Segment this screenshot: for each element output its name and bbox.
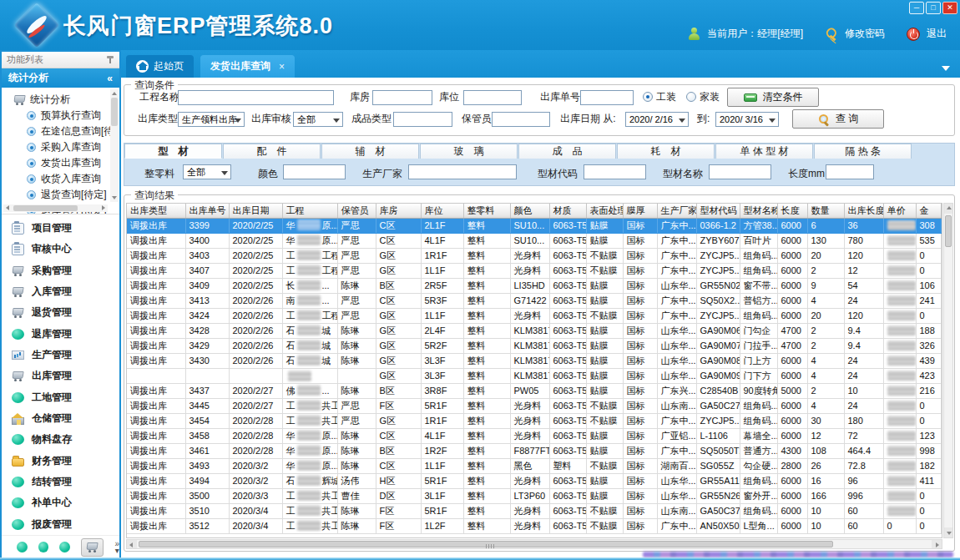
stats-section-header[interactable]: 统计分析 « — [2, 68, 119, 88]
sidebar-menu-item[interactable]: 入库管理 — [2, 281, 119, 302]
material-tab[interactable]: 玻 璃 — [420, 144, 518, 159]
column-header[interactable]: 型材代码 — [696, 204, 740, 218]
table-row[interactable]: 调拨出库35002020/3/3工共工程曹佳D区3L1F整料LT3P606063… — [127, 488, 941, 503]
tab-list-dropdown-icon[interactable] — [942, 66, 950, 71]
material-tab[interactable]: 成 品 — [518, 144, 616, 159]
column-header[interactable]: 颜色 — [510, 204, 549, 218]
material-tab[interactable]: 隔 热 条 — [814, 144, 912, 159]
column-header[interactable]: 出库日期 — [229, 204, 282, 218]
table-row[interactable]: 调拨出库34942020/3/2石辉城汤伟H区5R1F整料光身料6063-T5贴… — [127, 473, 941, 488]
column-header[interactable]: 库房 — [376, 204, 421, 218]
table-row[interactable]: 调拨出库34282020/2/26石城陈琳G区2L4F整料KLM38176063… — [127, 323, 941, 338]
material-tab[interactable]: 配 件 — [223, 144, 321, 159]
tree-item[interactable]: 发货出库查询 — [7, 155, 108, 171]
logout-link[interactable]: 退出 — [927, 27, 947, 41]
table-row[interactable]: 调拨出库34292020/2/26石城陈琳G区5R2F整料KLM38176063… — [127, 338, 941, 353]
whole-part-select[interactable]: 全部 — [183, 164, 231, 179]
column-header[interactable]: 长度 — [777, 204, 807, 218]
minimize-button[interactable]: ─ — [909, 2, 924, 14]
table-row[interactable]: 调拨出库34452020/2/27工共工程严思F区5R1F整料光身料6063-T… — [127, 398, 941, 413]
date-to-select[interactable]: 2020/ 3/16 — [715, 112, 779, 127]
column-header[interactable]: 材质 — [549, 204, 586, 218]
sidebar-menu-item[interactable]: 工地管理 — [2, 387, 119, 408]
tab-shipping-query[interactable]: 发货出库查询 × — [200, 55, 295, 78]
sidebar-menu-item[interactable]: 报废管理 — [2, 514, 119, 535]
location-input[interactable] — [463, 90, 522, 105]
table-row[interactable]: 调拨出库34542020/2/28工共工程严思G区1R1F整料光身料6063-T… — [127, 413, 941, 428]
keeper-input[interactable] — [492, 112, 550, 127]
audit-select[interactable]: 全部 — [293, 112, 343, 127]
tree-horizontal-scrollbar[interactable] — [3, 204, 108, 212]
date-from-select[interactable]: 2020/ 2/16 — [625, 112, 689, 127]
tree-item[interactable]: 收货入库查询 — [7, 171, 108, 187]
sidebar-menu-item[interactable]: 审核中心 — [2, 239, 119, 260]
clear-conditions-button[interactable]: 清空条件 — [727, 88, 819, 107]
column-header[interactable]: 表面处理 — [586, 204, 623, 218]
sidebar-menu-item[interactable]: 采购管理 — [2, 260, 119, 281]
material-tab[interactable]: 型 材 — [124, 144, 222, 159]
material-tab[interactable]: 单 体 型 材 — [715, 144, 813, 159]
sidebar-menu-item[interactable]: 退库管理 — [2, 324, 119, 345]
table-row[interactable]: 调拨出库34302020/2/26石城陈琳G区3L3F整料KLM38176063… — [127, 353, 941, 368]
close-button[interactable]: ✕ — [942, 2, 957, 14]
order-no-input[interactable] — [580, 90, 634, 105]
column-header[interactable]: 出库类型 — [127, 204, 185, 218]
sidebar-menu-item[interactable]: 仓储管理 — [2, 408, 119, 429]
maximize-button[interactable]: □ — [926, 2, 941, 14]
table-row[interactable]: 调拨出库34582020/2/28华原...陈琳C区4L1F整料光身料6063-… — [127, 428, 941, 443]
circle-icon[interactable] — [17, 542, 28, 552]
warehouse-input[interactable] — [372, 90, 432, 105]
radio-industrial-label[interactable]: 工装 — [656, 90, 676, 104]
table-row[interactable]: 调拨出库34932020/3/2华原...陈琳C区1L1F整料黑色塑料不贴膜国标… — [127, 458, 941, 473]
sidebar-menu-item[interactable]: 财务管理 — [2, 451, 119, 472]
column-header[interactable]: 工程 — [282, 204, 337, 218]
column-header[interactable]: 膜厚 — [623, 204, 657, 218]
column-header[interactable]: 出库长度 — [844, 204, 883, 218]
cart-shortcut-button[interactable] — [81, 538, 104, 557]
sidebar-menu-item[interactable]: 补单中心 — [2, 492, 119, 513]
table-row[interactable]: 调拨出库34002020/2/25华原...严思C区4L1F整料SU10...6… — [127, 233, 941, 248]
sidebar-menu-item[interactable]: 物料盘存 — [2, 429, 119, 450]
sidebar-menu-item[interactable]: 项目管理 — [2, 218, 119, 239]
radio-home-decor-label[interactable]: 家装 — [700, 90, 720, 104]
table-row[interactable]: 调拨出库34612020/2/28华原...陈琳B区1R2F整料F8877FT6… — [127, 443, 941, 458]
radio-home-decor[interactable] — [686, 92, 696, 102]
tree-item[interactable]: 退货查询[待定] — [7, 187, 108, 203]
sidebar-menu-item[interactable]: 生产管理 — [2, 345, 119, 366]
column-header[interactable]: 数量 — [807, 204, 844, 218]
collapse-icon[interactable]: « — [107, 73, 113, 84]
material-tab[interactable]: 耗 材 — [617, 144, 715, 159]
table-row[interactable]: 调拨出库35102020/3/4工共工程陈琳F区5R1F整料光身料6063-T5… — [127, 503, 941, 518]
table-vertical-scrollbar[interactable] — [943, 203, 953, 538]
column-header[interactable]: 型材名称 — [740, 204, 777, 218]
table-row[interactable]: 调拨出库35122020/3/4工共工程陈琳F区1L2F整料光身料6063-T5… — [127, 518, 941, 533]
sidebar-menu-item[interactable]: 出库管理 — [2, 366, 119, 386]
table-row[interactable]: 调拨出库33992020/2/25华原...严思C区2L1F整料SU10...6… — [127, 218, 941, 233]
length-input[interactable] — [826, 164, 874, 179]
table-row[interactable]: 调拨出库34242020/2/26工工程严思G区1L1F整料光身料6063-T5… — [127, 308, 941, 323]
table-row[interactable]: 调拨出库34372020/2/27佛...陈琳B区3R8F整料PW056063-… — [127, 383, 941, 398]
profile-code-input[interactable] — [584, 164, 646, 179]
tree-vertical-scrollbar[interactable] — [110, 89, 119, 202]
sidebar-menu-item[interactable]: 结转管理 — [2, 472, 119, 492]
column-header[interactable]: 库位 — [421, 204, 463, 218]
table-horizontal-scrollbar[interactable] — [126, 539, 942, 549]
manufacturer-input[interactable] — [408, 164, 517, 179]
sidebar-menu-item[interactable]: 退货管理 — [2, 302, 119, 323]
out-type-select[interactable]: 生产领料出库 — [178, 112, 245, 127]
column-header[interactable]: 金 — [916, 204, 941, 218]
table-row[interactable]: G区3L3F整料KLM38176063-T5贴膜国标山东华...GA90M09.… — [127, 368, 941, 383]
tree-item[interactable]: 预算执行查询 — [7, 108, 108, 124]
color-input[interactable] — [283, 164, 346, 179]
tree-item[interactable]: 采购入库查询 — [7, 139, 108, 155]
table-row[interactable]: 调拨出库34032020/2/25工工程严思G区1R1F整料光身料6063-T5… — [127, 248, 941, 263]
product-type-input[interactable] — [393, 112, 452, 127]
column-header[interactable]: 生产厂家 — [657, 204, 696, 218]
more-buttons-chevron[interactable]: »▾ — [114, 541, 119, 554]
tab-home[interactable]: 起始页 — [126, 55, 194, 78]
project-name-input[interactable] — [178, 90, 334, 105]
column-header[interactable]: 出库单号 — [185, 204, 229, 218]
table-row[interactable]: 调拨出库34092020/2/25长...陈琳B区2R5F整料LI35HD606… — [127, 278, 941, 293]
column-header[interactable]: 单价 — [883, 204, 916, 218]
material-tab[interactable]: 辅 材 — [321, 144, 419, 159]
